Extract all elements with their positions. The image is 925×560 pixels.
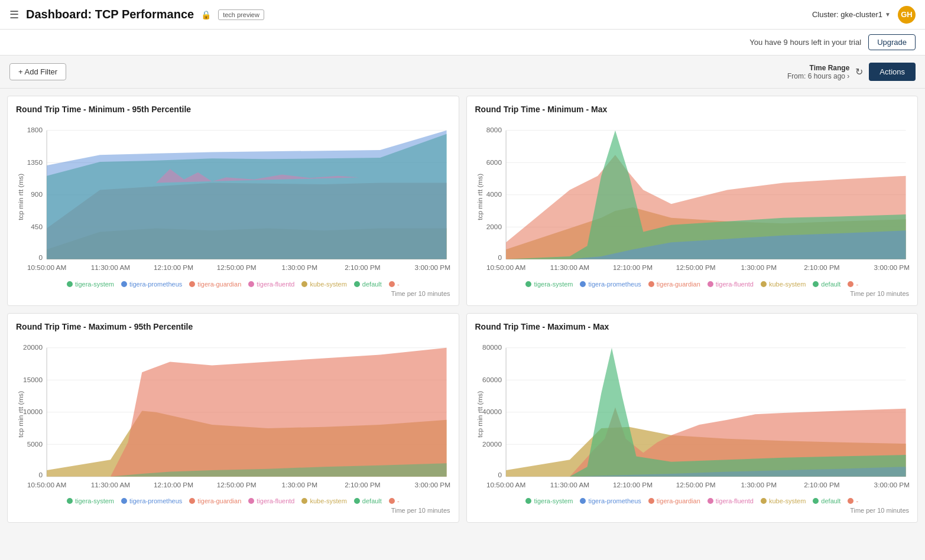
refresh-icon[interactable]: ↻ <box>855 66 863 77</box>
svg-text:0: 0 <box>38 471 43 479</box>
time-range-label: Time Range <box>787 64 849 72</box>
svg-text:tcp min rtt (ms): tcp min rtt (ms) <box>17 174 25 220</box>
svg-text:2:10:00 PM: 2:10:00 PM <box>345 480 380 489</box>
legend-item-tigera-prometheus-3: tigera-prometheus <box>121 497 182 504</box>
svg-text:2:10:00 PM: 2:10:00 PM <box>804 263 840 272</box>
svg-text:20000: 20000 <box>23 343 43 351</box>
legend-item-kube-system-3: kube-system <box>301 497 346 504</box>
svg-text:11:30:00 AM: 11:30:00 AM <box>550 480 589 489</box>
actions-button[interactable]: Actions <box>869 63 916 81</box>
svg-text:12:10:00 PM: 12:10:00 PM <box>154 480 193 489</box>
svg-text:0: 0 <box>498 253 502 262</box>
chart-panel-3: Round Trip Time - Maximum - 95th Percent… <box>7 313 459 523</box>
legend-item-tigera-guardian-4: tigera-guardian <box>648 497 700 504</box>
legend-item-default-4: default <box>813 497 840 504</box>
svg-text:1:30:00 PM: 1:30:00 PM <box>282 263 318 272</box>
legend-item-dash-2: - <box>848 281 858 288</box>
menu-icon[interactable]: ☰ <box>9 8 19 21</box>
svg-text:4000: 4000 <box>486 190 502 198</box>
legend-item-tigera-system-4: tigera-system <box>525 497 573 504</box>
legend-item-tigera-fluentd-4: tigera-fluentd <box>707 497 754 504</box>
svg-text:12:10:00 PM: 12:10:00 PM <box>613 480 653 489</box>
svg-text:40000: 40000 <box>482 408 502 416</box>
chart-footer-4: Time per 10 minutes <box>475 507 910 514</box>
svg-text:1800: 1800 <box>27 126 43 134</box>
svg-text:3:00:00 PM: 3:00:00 PM <box>415 263 450 272</box>
legend-item-tigera-prometheus-1: tigera-prometheus <box>121 281 182 288</box>
svg-text:2:10:00 PM: 2:10:00 PM <box>804 480 840 489</box>
time-range-value[interactable]: From: 6 hours ago › <box>787 72 849 80</box>
header-left: ☰ Dashboard: TCP Performance 🔒 tech prev… <box>9 8 812 21</box>
svg-text:10:50:00 AM: 10:50:00 AM <box>486 480 525 489</box>
svg-text:2:10:00 PM: 2:10:00 PM <box>345 263 380 272</box>
legend-item-default-1: default <box>354 281 382 288</box>
header-right: Cluster: gke-cluster1 ▼ GH <box>812 6 916 24</box>
tech-preview-badge: tech preview <box>218 9 264 20</box>
chart-legend-4: tigera-system tigera-prometheus tigera-g… <box>475 497 910 504</box>
chart-panel-4: Round Trip Time - Maximum - Max 80000 60… <box>466 313 918 523</box>
svg-text:tcp min rtt (ms): tcp min rtt (ms) <box>475 174 483 220</box>
svg-text:8000: 8000 <box>486 126 502 134</box>
svg-text:80000: 80000 <box>482 343 502 351</box>
svg-text:60000: 60000 <box>482 375 502 383</box>
chart-footer-2: Time per 10 minutes <box>475 290 910 297</box>
chart-panel-1: Round Trip Time - Minimum - 95th Percent… <box>7 96 459 306</box>
legend-item-dash-1: - <box>389 281 400 288</box>
legend-item-tigera-fluentd-2: tigera-fluentd <box>707 281 754 288</box>
cluster-selector[interactable]: Cluster: gke-cluster1 ▼ <box>812 10 891 19</box>
legend-item-tigera-fluentd-3: tigera-fluentd <box>248 497 294 504</box>
chevron-down-icon: ▼ <box>885 11 891 18</box>
lock-icon: 🔒 <box>201 10 211 19</box>
svg-text:20000: 20000 <box>482 439 502 448</box>
toolbar-right: Time Range From: 6 hours ago › ↻ Actions <box>787 63 916 81</box>
add-filter-button[interactable]: + Add Filter <box>9 63 66 80</box>
toolbar: + Add Filter Time Range From: 6 hours ag… <box>0 56 925 89</box>
legend-item-kube-system-2: kube-system <box>761 281 806 288</box>
svg-text:12:50:00 PM: 12:50:00 PM <box>217 480 257 489</box>
chart-footer-3: Time per 10 minutes <box>16 507 450 514</box>
svg-text:3:00:00 PM: 3:00:00 PM <box>415 480 450 489</box>
svg-text:tcp min rtt (ms): tcp min rtt (ms) <box>17 390 25 437</box>
svg-text:10000: 10000 <box>23 408 43 416</box>
upgrade-button[interactable]: Upgrade <box>868 34 916 50</box>
legend-item-tigera-prometheus-4: tigera-prometheus <box>580 497 641 504</box>
legend-item-dash-4: - <box>848 497 858 504</box>
svg-text:tcp min rtt (ms): tcp min rtt (ms) <box>475 390 483 437</box>
legend-item-default-2: default <box>813 281 840 288</box>
svg-text:1:30:00 PM: 1:30:00 PM <box>741 480 777 489</box>
svg-text:1350: 1350 <box>27 158 43 167</box>
svg-text:10:50:00 AM: 10:50:00 AM <box>27 263 66 272</box>
chart-legend-2: tigera-system tigera-prometheus tigera-g… <box>475 281 910 288</box>
chart-svg-3: 20000 15000 10000 5000 0 tcp min rtt (ms… <box>16 337 450 491</box>
svg-text:2000: 2000 <box>486 223 502 231</box>
legend-item-tigera-guardian-1: tigera-guardian <box>189 281 241 288</box>
legend-item-tigera-system-1: tigera-system <box>67 281 114 288</box>
svg-text:10:50:00 AM: 10:50:00 AM <box>486 263 525 272</box>
time-range-info: Time Range From: 6 hours ago › <box>787 64 849 80</box>
svg-text:1:30:00 PM: 1:30:00 PM <box>741 263 777 272</box>
svg-text:0: 0 <box>38 253 43 262</box>
svg-text:1:30:00 PM: 1:30:00 PM <box>282 480 318 489</box>
svg-text:3:00:00 PM: 3:00:00 PM <box>874 480 909 489</box>
trial-text: You have 9 hours left in your trial <box>749 38 861 47</box>
chart-svg-4: 80000 60000 40000 20000 0 tcp min rtt (m… <box>475 337 910 491</box>
svg-text:6000: 6000 <box>486 158 502 167</box>
chart-svg-1: 1800 1350 900 450 0 tcp min rtt (ms) <box>16 120 450 274</box>
svg-text:11:30:00 AM: 11:30:00 AM <box>550 263 589 272</box>
svg-text:450: 450 <box>31 223 43 231</box>
page-title: Dashboard: TCP Performance <box>26 8 194 21</box>
legend-item-default-3: default <box>354 497 382 504</box>
trial-banner: You have 9 hours left in your trial Upgr… <box>0 30 925 56</box>
chart-title-4: Round Trip Time - Maximum - Max <box>475 322 910 331</box>
chart-panel-2: Round Trip Time - Minimum - Max 8000 600… <box>466 96 918 306</box>
legend-item-tigera-prometheus-2: tigera-prometheus <box>580 281 641 288</box>
chart-footer-1: Time per 10 minutes <box>16 290 450 297</box>
legend-item-tigera-guardian-3: tigera-guardian <box>189 497 241 504</box>
avatar[interactable]: GH <box>898 6 916 24</box>
cluster-label: Cluster: gke-cluster1 <box>812 10 882 19</box>
svg-text:12:10:00 PM: 12:10:00 PM <box>154 263 193 272</box>
svg-text:12:10:00 PM: 12:10:00 PM <box>613 263 653 272</box>
svg-text:900: 900 <box>31 190 43 198</box>
svg-text:11:30:00 AM: 11:30:00 AM <box>91 480 130 489</box>
svg-text:10:50:00 AM: 10:50:00 AM <box>27 480 66 489</box>
